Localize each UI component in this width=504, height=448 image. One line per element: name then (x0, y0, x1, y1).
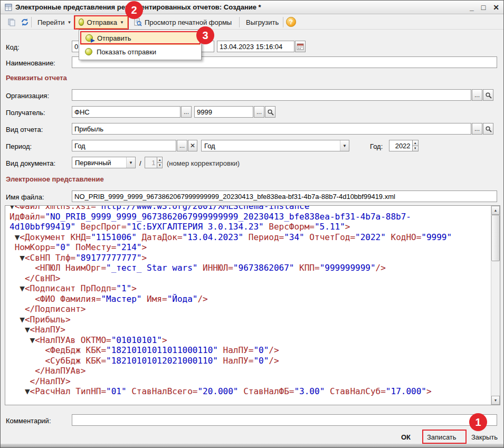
code-label: Код: (6, 43, 20, 51)
date-input[interactable] (217, 41, 294, 52)
report-kind-open-button[interactable] (483, 123, 493, 135)
go-to-label: Перейти (37, 18, 65, 26)
period-type-combobox[interactable]: Год ▼ (201, 140, 349, 151)
period-label: Период: (6, 142, 32, 150)
send-menu-button[interactable]: Отправка ▼ (75, 16, 128, 28)
organization-open-button[interactable] (483, 89, 493, 101)
go-to-button[interactable]: Перейти ▼ (34, 16, 75, 28)
send-icon (79, 18, 84, 26)
recipient-code-open-button[interactable] (265, 106, 275, 118)
toolbar-separator (239, 17, 240, 27)
app-window: Электронные представления регламентирова… (0, 0, 504, 448)
print-preview-label: Просмотр печатной формы (145, 18, 232, 26)
magnifier-icon (485, 126, 492, 132)
recipient-input[interactable] (72, 106, 180, 118)
close-form-button[interactable]: Закрыть (468, 431, 501, 443)
doc-kind-label: Вид документа: (6, 159, 55, 167)
organization-label: Организация: (6, 92, 49, 100)
sends-list-icon (84, 48, 93, 55)
menu-item-send[interactable]: Отправить (80, 31, 200, 45)
name-label: Наименование: (6, 59, 55, 67)
period-type-value: Год (202, 142, 340, 150)
recipient-select-button[interactable]: ... (181, 106, 192, 118)
chevron-down-icon: ▼ (120, 20, 124, 25)
year-label: Год: (370, 142, 383, 150)
recipient-code-select-button[interactable]: ... (254, 106, 264, 118)
section-electronic-header: Электронное представление (6, 175, 104, 183)
window-bottom-edge (1, 444, 503, 447)
magnifier-icon (485, 92, 492, 99)
refresh-icon (21, 18, 29, 26)
spin-up-icon[interactable]: ▲ (413, 140, 419, 146)
correction-hint: (номер корректировки) (167, 159, 240, 167)
year-input[interactable] (389, 140, 413, 151)
doc-kind-combobox[interactable]: Первичный ▼ (72, 157, 136, 168)
correction-spinner: ▲ ▼ (145, 157, 163, 168)
spin-down-icon[interactable]: ▼ (413, 146, 419, 152)
menu-item-label: Отправить (97, 34, 131, 42)
send-label: Отправка (87, 18, 117, 26)
file-name-label: Имя файла: (6, 193, 44, 201)
window-icon (5, 4, 12, 11)
year-spinner[interactable]: ▲ ▼ (389, 140, 419, 151)
report-kind-input[interactable] (72, 123, 471, 135)
report-kind-select-button[interactable]: ... (472, 123, 482, 135)
organization-input[interactable] (72, 89, 471, 101)
chevron-down-icon: ▼ (68, 20, 72, 25)
doc-kind-value: Первичный (72, 159, 126, 167)
toolbar-separator (283, 17, 283, 27)
report-kind-label: Вид отчета: (6, 126, 43, 134)
section-requisites-header: Реквизиты отчета (6, 74, 67, 82)
slash-separator: / (139, 159, 141, 167)
vertical-scrollbar[interactable]: ▲ ▼ (491, 206, 500, 405)
organization-select-button[interactable]: ... (472, 89, 482, 101)
comment-label: Комментарий: (6, 417, 51, 425)
magnifier-icon (267, 109, 274, 116)
recipient-label: Получатель: (6, 109, 45, 117)
comment-input[interactable] (72, 414, 497, 426)
xml-viewer[interactable]: ▼<Файл xmlns:xsi="http://www.w3.org/2001… (5, 205, 500, 405)
scrollbar-thumb[interactable] (491, 215, 500, 261)
period-clear-button[interactable]: ✕ (188, 140, 197, 151)
export-button[interactable]: Выгрузить (242, 16, 282, 28)
send-icon (85, 34, 93, 42)
period-select-button[interactable]: ... (177, 140, 187, 151)
print-preview-button[interactable]: Просмотр печатной формы (130, 16, 235, 28)
spin-down-icon: ▼ (157, 163, 163, 169)
date-picker-button[interactable] (295, 41, 306, 52)
chevron-down-icon[interactable]: ▼ (340, 140, 349, 151)
spin-up-icon: ▲ (157, 157, 163, 163)
chevron-down-icon[interactable]: ▼ (126, 157, 135, 168)
correction-input (145, 157, 157, 168)
calendar-icon (297, 43, 304, 50)
menu-item-show-sends[interactable]: Показать отправки (80, 45, 200, 59)
xml-content: ▼<Файл xmlns:xsi="http://www.w3.org/2001… (5, 205, 491, 405)
window-title: Электронные представления регламентирова… (15, 3, 261, 11)
window-controls: _ □ ✕ (470, 2, 499, 13)
help-button[interactable]: ? (286, 17, 296, 27)
close-button[interactable]: ✕ (493, 2, 499, 13)
recipient-code-input[interactable] (194, 106, 253, 118)
scroll-down-button[interactable]: ▼ (491, 396, 500, 405)
title-bar: Электронные представления регламентирова… (1, 1, 503, 14)
ok-button[interactable]: ОК (398, 431, 414, 443)
toolbar-separator (31, 17, 32, 27)
copy-button[interactable] (4, 16, 16, 28)
save-button[interactable]: Записать (424, 431, 460, 443)
menu-item-label: Показать отправки (97, 48, 156, 56)
maximize-button[interactable]: □ (481, 2, 486, 13)
print-preview-icon (134, 18, 142, 26)
period-input[interactable] (72, 140, 176, 151)
send-dropdown-menu: Отправить Показать отправки (79, 30, 202, 60)
scroll-up-button[interactable]: ▲ (491, 206, 500, 215)
question-icon: ? (289, 18, 293, 26)
copy-icon (7, 18, 16, 26)
refresh-button[interactable] (17, 16, 30, 28)
minimize-button[interactable]: _ (470, 2, 474, 13)
file-name-input[interactable] (72, 190, 497, 202)
export-label: Выгрузить (246, 18, 279, 26)
